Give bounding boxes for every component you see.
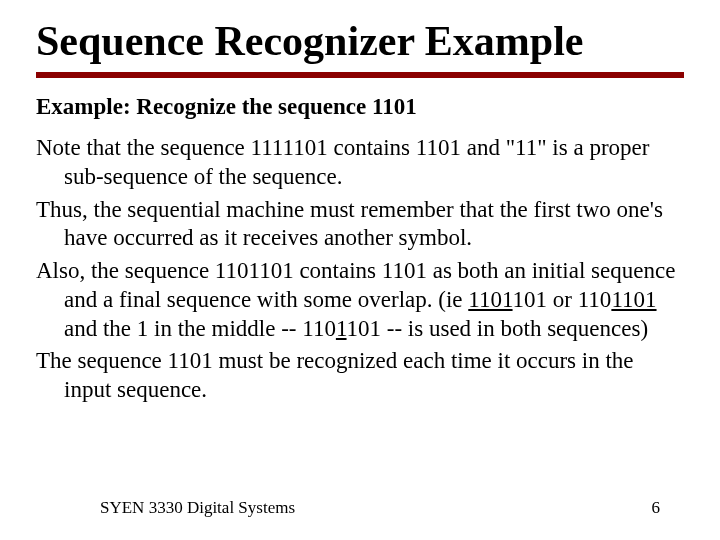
p3-underline-3: 1	[336, 316, 347, 341]
body-paragraph-4: The sequence 1101 must be recognized eac…	[36, 347, 684, 405]
p3-underline-2: 1101	[611, 287, 656, 312]
p3-text-4: 101 -- is used in both sequences)	[347, 316, 649, 341]
footer-course: SYEN 3330 Digital Systems	[100, 498, 295, 518]
p3-text-3: and the 1 in the middle -- 110	[64, 316, 336, 341]
example-heading: Example: Recognize the sequence 1101	[36, 94, 684, 120]
title-underline	[36, 72, 684, 78]
slide-body: Note that the sequence 1111101 contains …	[36, 134, 684, 405]
body-paragraph-2: Thus, the sequential machine must rememb…	[36, 196, 684, 254]
footer-page-number: 6	[652, 498, 661, 518]
slide-title: Sequence Recognizer Example	[36, 18, 684, 64]
body-paragraph-3: Also, the sequence 1101101 contains 1101…	[36, 257, 684, 343]
slide: Sequence Recognizer Example Example: Rec…	[0, 0, 720, 540]
p3-text-2: 101 or 110	[513, 287, 612, 312]
body-paragraph-1: Note that the sequence 1111101 contains …	[36, 134, 684, 192]
slide-footer: SYEN 3330 Digital Systems 6	[0, 498, 720, 518]
p3-underline-1: 1101	[468, 287, 512, 312]
